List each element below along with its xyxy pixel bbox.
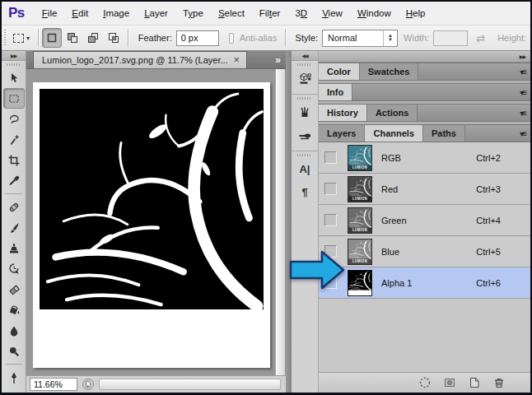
close-tab-icon[interactable]: × [234,54,240,66]
dock-grip[interactable] [297,63,312,66]
magic-wand-tool[interactable] [3,129,25,150]
tab-layers[interactable]: Layers [319,125,365,142]
tab-swatches[interactable]: Swatches [360,63,419,80]
channel-thumbnail: LUMION [348,239,372,265]
lasso-tool-icon [7,113,21,126]
paragraph-panel-icon[interactable]: ¶ [294,181,315,202]
document-tab[interactable]: Lumion_logo_2017.svg.png @ 11.7% (Layer.… [33,51,247,68]
menu-layer[interactable]: Layer [137,4,175,22]
dock-divider[interactable] [286,51,292,393]
tab-actions[interactable]: Actions [367,105,418,121]
paint-bucket-tool[interactable] [3,300,25,320]
panel-menu-icon[interactable]: ▾≡ [520,109,530,118]
menu-window[interactable]: Window [350,4,399,22]
tab-paths[interactable]: Paths [423,125,465,142]
dock-grip[interactable] [297,97,312,100]
workspace: ▶▶ Lumion_logo_2017.svg.png @ 11.7% (Lay… [2,51,530,393]
visibility-toggle[interactable] [324,214,337,226]
intersect-selection-button[interactable] [104,28,124,48]
width-input[interactable] [433,30,468,46]
channel-row-blue[interactable]: LUMIONBlueCtrl+5 [319,236,530,267]
swap-dimensions-icon[interactable]: ⇄ [476,32,485,44]
tab-channels[interactable]: Channels [365,125,423,142]
zoom-level-field[interactable]: 11.66% [30,378,77,391]
style-select[interactable]: Normal ▲▼ [322,30,398,47]
delete-channel-icon[interactable] [492,376,506,390]
crop-tool[interactable] [3,150,25,170]
character-panel-icon[interactable]: A| [294,158,315,179]
menu-edit[interactable]: Edit [64,4,96,22]
channel-row-alpha-1[interactable]: Alpha 1Ctrl+6 [319,267,530,299]
healing-brush-tool[interactable] [3,197,25,217]
dodge-tool-icon [7,345,21,358]
visibility-toggle[interactable] [324,183,337,195]
rectangular-marquee-tool[interactable] [3,88,25,109]
brush-presets-panel-icon[interactable] [294,101,315,123]
options-bar-grip[interactable] [4,30,6,46]
spinner-arrows-icon: ▲▼ [383,30,397,46]
menu-help[interactable]: Help [399,4,433,22]
tab-color[interactable]: Color [319,63,360,80]
save-selection-as-channel-icon[interactable] [442,376,456,390]
menu-view[interactable]: View [315,4,350,22]
canvas-area[interactable] [26,69,286,375]
channel-shortcut: Ctrl+2 [476,153,501,163]
eraser-tool[interactable] [3,279,25,300]
more-tabs-icon[interactable]: » [275,54,281,66]
eyedropper-tool[interactable] [3,170,25,191]
add-to-selection-button[interactable] [63,28,82,48]
panel-menu-icon[interactable]: ▾≡ [520,88,530,97]
blur-tool[interactable] [3,320,25,341]
channel-row-rgb[interactable]: LUMIONRGBCtrl+2 [319,142,530,174]
document-area: Lumion_logo_2017.svg.png @ 11.7% (Layer.… [26,51,286,393]
anti-alias-checkbox[interactable] [229,33,234,44]
dock-grip[interactable] [297,154,312,156]
rectangular-marquee-tool-icon [7,92,21,105]
panel-icon-group: A|¶ [292,154,318,207]
lasso-tool[interactable] [3,109,25,129]
horizontal-scrollbar[interactable] [99,379,281,390]
document-status-icon[interactable] [82,378,95,391]
tab-info[interactable]: Info [319,84,352,100]
tools-grip[interactable] [7,63,21,66]
dodge-tool[interactable] [3,341,25,361]
panel-menu-icon[interactable]: ▾≡ [520,129,530,138]
menu-select[interactable]: Select [211,4,252,22]
channel-row-red[interactable]: LUMIONRedCtrl+3 [319,174,530,205]
channel-row-green[interactable]: LUMIONGreenCtrl+4 [319,205,530,236]
clone-stamp-tool[interactable] [3,238,25,258]
collapse-tools-icon[interactable]: ▶▶ [2,51,26,61]
channel-thumbnail: LUMION [348,145,372,171]
new-channel-icon[interactable] [467,376,481,390]
menu-file[interactable]: File [35,4,65,22]
feather-input[interactable] [176,30,219,46]
menu-image[interactable]: Image [96,4,137,22]
style-label: Style: [296,33,319,43]
channel-name: Alpha 1 [381,278,412,288]
move-tool-icon [7,72,21,85]
tool-preset-picker[interactable]: ▾ [9,31,34,45]
menu-filter[interactable]: Filter [252,4,288,22]
clone-source-panel-icon[interactable] [294,124,315,146]
expand-icon-dock-icon[interactable]: ◀◀ [292,51,318,61]
panel-menu-icon[interactable]: ▾≡ [520,67,530,77]
brush-tool[interactable] [3,217,25,238]
vertical-scrollbar[interactable] [275,69,285,375]
tools-divider [5,364,22,365]
pen-tool[interactable] [3,367,25,388]
visibility-toggle[interactable] [324,151,337,164]
subtract-from-selection-button[interactable] [83,28,103,48]
load-channel-as-selection-icon[interactable] [418,376,432,390]
marquee-preset-icon [13,34,24,43]
eyedropper-tool-icon [7,174,21,188]
history-brush-tool[interactable] [3,258,25,279]
channel-name: Green [381,216,407,225]
width-label: Width: [404,33,429,43]
new-selection-button[interactable] [42,28,62,48]
menu-3d[interactable]: 3D [287,4,315,22]
move-tool[interactable] [3,67,25,88]
3d-panel-icon[interactable] [294,67,315,89]
tab-history[interactable]: History [319,105,367,121]
collapse-panels-icon[interactable]: ▶▶ [520,53,525,59]
menu-type[interactable]: Type [175,4,211,22]
